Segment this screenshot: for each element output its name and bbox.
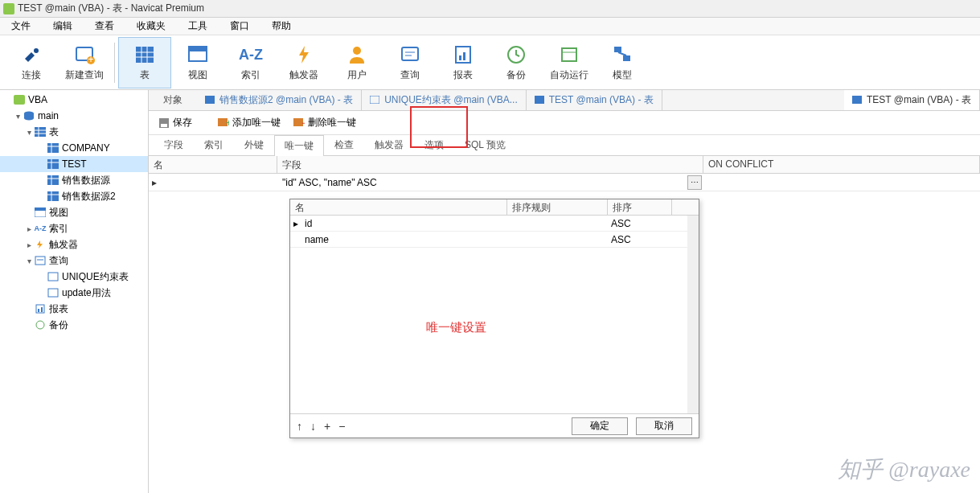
cell-name[interactable] [160,181,277,184]
popup-col-sortrule[interactable]: 排序规则 [507,199,608,215]
index-icon: A-Z [239,43,263,67]
ribbon-model[interactable]: 模型 [596,37,649,88]
cancel-button[interactable]: 取消 [636,417,692,435]
grid-header: 名 字段 ON CONFLICT [149,156,980,174]
report-icon [451,43,475,67]
menu-favorites[interactable]: 收藏夹 [125,18,177,35]
svg-rect-49 [48,289,58,297]
add-unique-button[interactable]: +添加唯一键 [213,114,285,131]
tree-table-company[interactable]: COMPANY [0,140,148,156]
popup-body: ▸ id ASC name ASC [290,216,699,413]
col-name[interactable]: 名 [149,156,277,173]
ribbon-index[interactable]: A-Z索引 [224,37,277,88]
tab-test1[interactable]: TEST @main (VBA) - 表 [527,90,662,110]
tree-table-sales2[interactable]: 销售数据源2 [0,188,148,204]
move-up-button[interactable]: ↑ [297,420,302,433]
tab-objects[interactable]: 对象 [149,90,197,110]
col-conflict[interactable]: ON CONFLICT [703,156,980,173]
popup-footer: ↑ ↓ + − 确定 取消 [290,413,699,438]
ribbon-view[interactable]: 视图 [171,37,224,88]
query-icon [370,96,381,105]
cell-field[interactable]: "id" ASC, "name" ASC ⋯ [277,175,703,190]
table-icon [852,96,863,105]
ok-button[interactable]: 确定 [572,417,628,435]
subtab-check[interactable]: 检查 [324,134,364,155]
tree-views-folder[interactable]: 视图 [0,204,148,220]
menu-view[interactable]: 查看 [84,18,125,35]
delete-icon: − [293,118,305,128]
expand-icon[interactable]: ▾ [13,112,23,121]
table-icon [535,96,546,105]
tab-unique[interactable]: UNIQUE约束表 @main (VBA... [362,90,527,110]
subtab-fk[interactable]: 外键 [234,134,274,155]
table-icon [47,191,59,202]
save-button[interactable]: 保存 [154,114,197,131]
svg-rect-10 [189,47,207,51]
subtab-indexes[interactable]: 索引 [194,134,234,155]
add-row-button[interactable]: + [324,420,330,433]
table-icon [133,43,157,67]
menu-tools[interactable]: 工具 [177,18,219,35]
tree-backup-folder[interactable]: 备份 [0,317,148,333]
col-field[interactable]: 字段 [277,156,703,173]
popup-col-order[interactable]: 排序 [608,199,672,215]
svg-point-11 [353,47,361,55]
tree-triggers-folder[interactable]: ▸触发器 [0,236,148,253]
index-icon: A-Z [34,223,47,234]
popup-col-name[interactable]: 名 [290,199,507,215]
tree-queries-folder[interactable]: ▾查询 [0,253,148,269]
tab-test-active[interactable]: TEST @main (VBA) - 表 [844,90,980,110]
tree-reports-folder[interactable]: 报表 [0,301,148,317]
backup-icon [504,43,528,67]
expand-icon[interactable]: ▾ [24,128,34,137]
tree-tables-folder[interactable]: ▾表 [0,124,148,140]
menu-bar: 文件 编辑 查看 收藏夹 工具 窗口 帮助 [0,18,980,35]
svg-point-0 [34,48,39,53]
grid-row[interactable]: ▸ "id" ASC, "name" ASC ⋯ [149,174,980,191]
ribbon-report[interactable]: 报表 [437,37,490,88]
svg-line-23 [618,52,626,55]
ribbon-user[interactable]: 用户 [330,37,383,88]
svg-rect-52 [41,307,43,312]
subtab-unique[interactable]: 唯一键 [274,135,324,156]
menu-help[interactable]: 帮助 [260,18,302,35]
tree-table-sales1[interactable]: 销售数据源 [0,172,148,188]
menu-window[interactable]: 窗口 [219,18,260,35]
tree-db-vba[interactable]: VBA [0,92,148,108]
ribbon-auto[interactable]: 自动运行 [543,37,596,88]
popup-header: 名 排序规则 排序 [290,199,699,216]
subtab-triggers[interactable]: 触发器 [364,134,414,155]
tab-sales2[interactable]: 销售数据源2 @main (VBA) - 表 [197,90,362,110]
tree-query-unique[interactable]: UNIQUE约束表 [0,269,148,285]
plug-icon [19,43,43,67]
subtab-sql[interactable]: SQL 预览 [454,134,516,155]
ribbon-connect[interactable]: 连接 [5,37,58,88]
table-icon [47,175,59,186]
expand-icon[interactable]: ▸ [24,224,34,233]
tree-indexes-folder[interactable]: ▸A-Z索引 [0,220,148,236]
ribbon-backup[interactable]: 备份 [490,37,543,88]
delete-unique-button[interactable]: −删除唯一键 [289,114,361,131]
ribbon-query[interactable]: 查询 [383,37,437,88]
menu-file[interactable]: 文件 [0,18,42,35]
ellipsis-button[interactable]: ⋯ [687,175,702,190]
expand-icon[interactable]: ▸ [24,240,34,249]
menu-edit[interactable]: 编辑 [42,18,84,35]
popup-row-id[interactable]: ▸ id ASC [290,216,687,232]
ribbon-table[interactable]: 表 [118,37,171,88]
popup-row-name[interactable]: name ASC [290,232,687,248]
expand-icon[interactable]: ▾ [24,257,34,265]
tree-table-test[interactable]: TEST [0,156,148,172]
tree-query-update[interactable]: update用法 [0,285,148,301]
subtab-fields[interactable]: 字段 [154,134,194,155]
ribbon-trigger[interactable]: 触发器 [277,37,330,88]
tree-schema-main[interactable]: ▾main [0,108,148,124]
row-marker-icon: ▸ [290,218,301,229]
db-icon [23,110,35,121]
move-down-button[interactable]: ↓ [310,420,316,433]
ribbon-newquery[interactable]: +新建查询 [58,37,111,88]
svg-rect-51 [38,309,39,312]
db-icon [13,94,26,105]
remove-row-button[interactable]: − [338,420,345,433]
subtab-options[interactable]: 选项 [414,134,454,155]
